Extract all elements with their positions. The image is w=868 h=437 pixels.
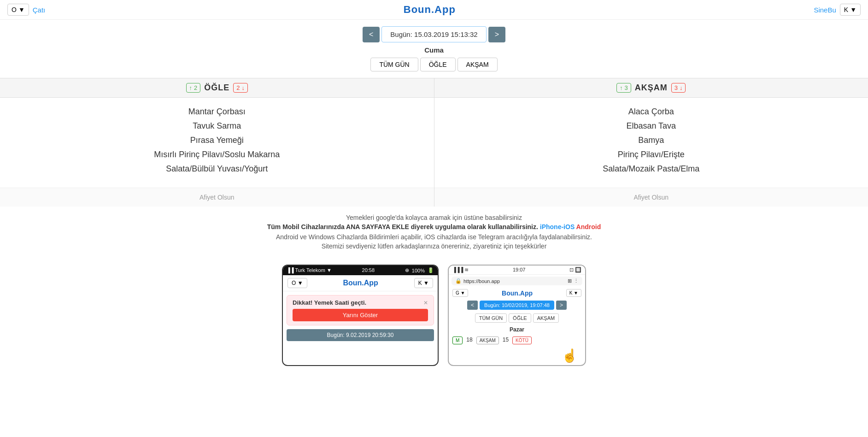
phone-alert: Dikkat! Yemek Saati geçti. ✕ Yarını Göst… xyxy=(287,295,434,325)
sinebu-link[interactable]: SineBu xyxy=(814,6,836,14)
ios-brand: Boun.App xyxy=(502,289,533,297)
ios-day-label: Pazar xyxy=(449,325,585,335)
aksam-title: AKŞAM xyxy=(635,83,668,93)
ogle-item-3[interactable]: Mısırlı Pirinç Pilavı/Soslu Makarna xyxy=(7,150,427,159)
ogle-item-4[interactable]: Salata/Bülbül Yuvası/Yoğurt xyxy=(7,164,427,174)
ios-next-btn[interactable]: > xyxy=(556,301,567,310)
share-icon[interactable]: ⊞ xyxy=(568,278,572,284)
prev-date-button[interactable]: < xyxy=(363,27,380,42)
ios-right-dropdown[interactable]: K ▼ xyxy=(566,289,581,297)
ogle-item-1[interactable]: Tavuk Sarma xyxy=(7,121,427,131)
ios-battery-icon: ⊡ 🔲 xyxy=(569,267,581,273)
battery-icon: 🔋 xyxy=(428,267,434,273)
ogle-footer: Afiyet Olsun xyxy=(0,188,434,207)
ios-meal-row: M 18 AKŞAM 15 KÖTÜ xyxy=(449,335,585,346)
aksam-header: ↑ 3 AKŞAM 3 ↓ xyxy=(434,78,868,98)
up-arrow-icon: ↑ xyxy=(620,84,623,91)
android-phone-mock: ▐▐ Turk Telekom ▼ 20:58 ⊕ 100% 🔋 O ▼ Bou… xyxy=(282,265,439,366)
left-dropdown[interactable]: O ▼ xyxy=(7,4,29,16)
ios-nav-mini: G ▼ Boun.App K ▼ xyxy=(449,287,585,299)
aksam-panel: ↑ 3 AKŞAM 3 ↓ Alaca Çorba Elbasan Tava B… xyxy=(434,78,868,207)
next-date-button[interactable]: > xyxy=(488,27,505,42)
aksam-item-3[interactable]: Pirinç Pilavı/Erişte xyxy=(442,150,861,159)
battery-label: 100% xyxy=(412,268,425,273)
right-dropdown-label: K xyxy=(844,6,848,13)
aksam-vote-up[interactable]: ↑ 3 xyxy=(616,83,631,93)
phone-left-dropdown[interactable]: O ▼ xyxy=(287,278,307,288)
ogle-vote-up[interactable]: ↑ 2 xyxy=(186,83,201,93)
aksam-item-0[interactable]: Alaca Çorba xyxy=(442,107,861,117)
ios-date-row: < Bugün: 10/02/2019, 19:07:48 > xyxy=(449,299,585,312)
ios-left-dropdown[interactable]: G ▼ xyxy=(452,289,468,297)
phone-brand: Boun.App xyxy=(343,279,378,287)
ios-filter-0[interactable]: TÜM GÜN xyxy=(475,313,507,323)
ogle-vote-up-count: 2 xyxy=(194,84,197,91)
aksam-item-1[interactable]: Elbasan Tava xyxy=(442,121,861,131)
ios-phone-mock: ▐▐▐ ≋ 19:07 ⊡ 🔲 🔒 https://boun.app ⊞ ⋮ G… xyxy=(448,265,586,366)
date-bar: < Bugün: 15.03.2019 15:13:32 > xyxy=(0,26,868,42)
ios-aksam-badge: AKŞAM xyxy=(476,337,499,344)
alert-title: Dikkat! Yemek Saati geçti. xyxy=(293,299,366,306)
day-label: Cuma xyxy=(0,46,868,54)
up-arrow-icon: ↑ xyxy=(189,84,193,91)
ogle-item-0[interactable]: Mantar Çorbası xyxy=(7,107,427,117)
phone-time: 20:58 xyxy=(362,267,375,273)
phone-date-row: Bugün: 9.02.2019 20:59:30 xyxy=(287,329,434,341)
ogle-items: Mantar Çorbası Tavuk Sarma Pırasa Yemeği… xyxy=(0,98,434,188)
ogle-vote-down-count: 2 xyxy=(236,84,240,91)
ios-date-display: Bugün: 10/02/2019, 19:07:48 xyxy=(480,301,554,310)
ios-statusbar: ▐▐▐ ≋ 19:07 ⊡ 🔲 xyxy=(449,266,585,275)
phone-right-dropdown[interactable]: K ▼ xyxy=(414,278,433,288)
aksam-items: Alaca Çorba Elbasan Tava Bamya Pirinç Pi… xyxy=(434,98,868,188)
wifi-icon: ▼ xyxy=(327,267,332,273)
aksam-vote-down[interactable]: 3 ↓ xyxy=(671,83,686,93)
info-line-4: Sitemizi sevdiyeniz lütfen arkadaşlarını… xyxy=(7,242,861,250)
ios-filters: TÜM GÜN ÖĞLE AKŞAM xyxy=(449,312,585,325)
ios-urlbar: 🔒 https://boun.app ⊞ ⋮ xyxy=(452,277,582,285)
percent-label: ⊕ xyxy=(405,267,409,273)
down-arrow-icon: ↓ xyxy=(680,84,683,91)
right-dropdown[interactable]: K ▼ xyxy=(840,4,861,16)
ios-filter-1[interactable]: ÖĞLE xyxy=(509,313,531,323)
android-statusbar: ▐▐ Turk Telekom ▼ 20:58 ⊕ 100% 🔋 xyxy=(283,266,438,275)
aksam-item-2[interactable]: Bamya xyxy=(442,136,861,145)
ogle-panel: ↑ 2 ÖĞLE 2 ↓ Mantar Çorbası Tavuk Sarma … xyxy=(0,78,434,207)
ios-prev-btn[interactable]: < xyxy=(467,301,478,310)
ogle-header: ↑ 2 ÖĞLE 2 ↓ xyxy=(0,78,434,98)
ios-time: 19:07 xyxy=(513,267,526,273)
ios-kotu-badge: KÖTÜ xyxy=(512,337,532,344)
alert-btn[interactable]: Yarını Göster xyxy=(293,309,428,321)
info-line-3: Android ve Windows Cihazlarda Bildirimle… xyxy=(7,233,861,241)
down-arrow-icon: ↓ xyxy=(241,84,245,91)
top-nav: O ▼ Çatı Boun.App SineBu K ▼ xyxy=(0,0,868,20)
info-line-2-bold: Tüm Mobil Cihazlarınızda ANA SAYFAYA EKL… xyxy=(267,223,538,230)
ogle-item-2[interactable]: Pırasa Yemeği xyxy=(7,136,427,145)
aksam-vote-up-count: 3 xyxy=(625,84,628,91)
signal-icon: ▐▐ xyxy=(287,267,294,273)
filter-ogle[interactable]: ÖĞLE xyxy=(420,58,456,71)
brand-logo: Boun.App xyxy=(404,4,456,16)
current-date-display: Bugün: 15.03.2019 15:13:32 xyxy=(381,26,486,42)
screenshots: ▐▐ Turk Telekom ▼ 20:58 ⊕ 100% 🔋 O ▼ Bou… xyxy=(0,265,868,375)
lock-icon: 🔒 xyxy=(455,278,462,284)
aksam-footer: Afiyet Olsun xyxy=(434,188,868,207)
ogle-title: ÖĞLE xyxy=(204,83,229,93)
red-hand-pointer: ☝ xyxy=(449,346,585,365)
phone-nav: O ▼ Boun.App K ▼ xyxy=(283,275,438,291)
meal-filters: TÜM GÜN ÖĞLE AKŞAM xyxy=(0,58,868,71)
aksam-item-4[interactable]: Salata/Mozaik Pasta/Elma xyxy=(442,164,861,174)
ios-filter-2[interactable]: AKŞAM xyxy=(533,313,559,323)
info-line-2: Tüm Mobil Cihazlarınızda ANA SAYFAYA EKL… xyxy=(7,223,861,230)
carrier-label: ▐▐ Turk Telekom ▼ xyxy=(287,267,332,273)
ios-link[interactable]: iPhone-iOS xyxy=(540,223,575,230)
info-line-1: Yemekleri google'da kolayca aramak için … xyxy=(7,214,861,221)
filter-aksam[interactable]: AKŞAM xyxy=(457,58,498,71)
filter-tum-gun[interactable]: TÜM GÜN xyxy=(370,58,418,71)
ogle-vote-down[interactable]: 2 ↓ xyxy=(233,83,248,93)
android-link[interactable]: Android xyxy=(576,223,601,230)
nav-left: O ▼ Çatı xyxy=(7,4,45,16)
cati-link[interactable]: Çatı xyxy=(33,6,46,14)
alert-close-icon[interactable]: ✕ xyxy=(423,300,428,306)
more-icon[interactable]: ⋮ xyxy=(574,278,579,284)
aksam-vote-down-count: 3 xyxy=(674,84,678,91)
